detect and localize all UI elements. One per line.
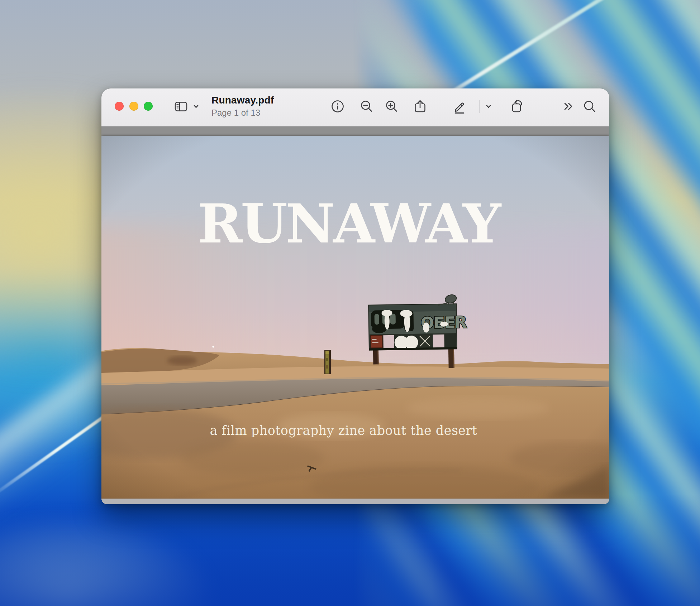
- pdf-page: ОБЕR: [101, 136, 609, 499]
- close-button[interactable]: [115, 102, 124, 111]
- rotate-button[interactable]: [509, 98, 525, 114]
- info-icon: [330, 98, 346, 114]
- markup-button[interactable]: [452, 98, 467, 114]
- share-button[interactable]: [412, 98, 428, 114]
- zoom-in-button[interactable]: [384, 98, 400, 114]
- wallpaper-bottom-pale: [0, 516, 215, 606]
- minimize-button[interactable]: [129, 102, 138, 111]
- window-title-block: Runaway.pdf Page 1 of 13: [211, 95, 274, 117]
- markup-options-chevron[interactable]: [484, 98, 493, 114]
- view-options-chevron[interactable]: [191, 98, 201, 114]
- sidebar-toggle-button[interactable]: [173, 98, 189, 114]
- share-icon: [412, 98, 428, 114]
- sidebar-icon: [173, 98, 189, 114]
- zoom-out-icon: [359, 98, 375, 114]
- page-indicator: Page 1 of 13: [211, 109, 274, 117]
- preview-window: Runaway.pdf Page 1 of 13: [101, 88, 609, 504]
- more-toolbar-items-button[interactable]: [559, 98, 575, 114]
- rotate-left-icon: [509, 98, 525, 114]
- toolbar-separator: [479, 100, 480, 113]
- chevron-down-icon: [484, 102, 493, 111]
- document-title: Runaway.pdf: [211, 95, 274, 105]
- cover-photo: ОБЕR: [101, 136, 609, 499]
- cover-title: RUNAWAY: [101, 197, 603, 250]
- zoom-in-icon: [384, 98, 400, 114]
- wallpaper-bottom-deep-blue: [0, 494, 700, 606]
- search-button[interactable]: [582, 98, 597, 114]
- markup-pencil-icon: [452, 98, 467, 114]
- info-button[interactable]: [330, 98, 346, 114]
- window-titlebar[interactable]: Runaway.pdf Page 1 of 13: [101, 88, 609, 126]
- cover-subtitle: a film photography zine about the desert: [101, 424, 597, 437]
- double-chevron-right-icon: [559, 98, 575, 114]
- chevron-down-icon: [192, 102, 200, 111]
- pdf-viewer-background: ОБЕR: [101, 126, 609, 499]
- search-icon: [582, 98, 597, 114]
- desktop: { "window": { "title": "Runaway.pdf", "p…: [0, 0, 700, 606]
- zoom-window-button[interactable]: [144, 102, 153, 111]
- zoom-out-button[interactable]: [359, 98, 375, 114]
- window-bottom-edge: [101, 499, 609, 504]
